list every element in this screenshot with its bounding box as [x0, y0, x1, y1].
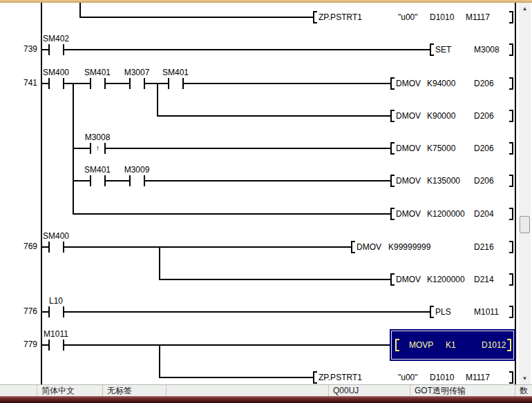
instruction-open-bracket	[313, 11, 317, 23]
instruction-open-bracket	[390, 175, 395, 187]
instruction-operand[interactable]: K1	[446, 340, 456, 350]
instruction-operand[interactable]: D1010	[430, 373, 454, 382]
instruction-open-bracket	[390, 77, 395, 90]
contact-sm401[interactable]	[90, 78, 106, 89]
scrollbar-thumb[interactable]	[520, 216, 530, 233]
status-segment-connection[interactable]: GOT透明传输	[410, 385, 515, 396]
instruction-operand[interactable]: D216	[474, 242, 494, 252]
wire-v	[79, 3, 81, 18]
instruction-operand[interactable]: D206	[474, 176, 494, 186]
instruction-name[interactable]: DMOV	[357, 242, 381, 252]
instruction-open-bracket	[430, 43, 434, 56]
instruction-operand[interactable]: K75000	[427, 144, 455, 153]
scroll-up-button[interactable]: ▲	[519, 3, 531, 14]
instruction-close-bracket	[509, 306, 513, 318]
instruction-operand[interactable]: M1117	[466, 12, 490, 22]
instruction-operand[interactable]: D204	[474, 209, 494, 219]
instruction-name[interactable]: DMOV	[396, 209, 421, 219]
step-number: 739	[0, 44, 37, 54]
step-number: 776	[0, 306, 37, 316]
wire-h	[41, 344, 390, 346]
step-number: 779	[0, 340, 37, 349]
instruction-name[interactable]: DMOV	[396, 144, 421, 153]
wire-h	[157, 115, 390, 117]
instruction-open-bracket	[390, 208, 395, 220]
instruction-name[interactable]: DMOV	[396, 79, 421, 88]
instruction-name[interactable]: PLS	[435, 307, 451, 317]
instruction-close-bracket	[509, 142, 513, 155]
instruction-operand[interactable]: M1117	[466, 373, 490, 382]
status-segment-clipped[interactable]: 数	[515, 385, 532, 396]
instruction-name[interactable]: DMOV	[396, 176, 421, 186]
wire-h	[73, 148, 390, 149]
scroll-down-button[interactable]: ▼	[519, 373, 531, 384]
wire-h	[159, 377, 313, 378]
contact-l10[interactable]	[48, 306, 64, 317]
instruction-operand[interactable]: "u00"	[398, 373, 418, 382]
instruction-close-bracket	[507, 339, 511, 351]
contact-label: SM402	[21, 34, 91, 43]
status-segment-label-mode[interactable]: 无标签	[102, 385, 166, 396]
contact-label: SM401	[141, 68, 210, 77]
instruction-operand[interactable]: D206	[474, 111, 494, 121]
contact-sm401[interactable]	[168, 78, 184, 89]
contact-m1011[interactable]	[48, 340, 64, 351]
ladder-editor-window: ZP.PSTRT1 "u00" D1010 M1117 739 SM402 SE…	[0, 0, 532, 403]
contact-m3009[interactable]	[129, 175, 145, 186]
status-segment-plc-type[interactable]: Q00UJ	[328, 385, 410, 396]
instruction-operand[interactable]: D1012	[482, 340, 506, 350]
contact-sm400[interactable]	[48, 78, 64, 89]
instruction-name[interactable]: DMOV	[396, 111, 421, 121]
instruction-operand[interactable]: K90000	[427, 111, 455, 121]
scroll-down-icon: ▼	[522, 375, 528, 382]
instruction-open-bracket	[390, 273, 395, 286]
instruction-operand[interactable]: K1200000	[427, 275, 465, 284]
instruction-close-bracket	[509, 43, 513, 56]
contact-sm402[interactable]	[48, 44, 64, 55]
contact-label: M1011	[21, 329, 91, 339]
instruction-name[interactable]: SET	[435, 45, 451, 55]
wire-h	[159, 279, 390, 280]
wire-h	[41, 246, 351, 248]
instruction-operand[interactable]: M1011	[474, 307, 499, 317]
contact-m3007[interactable]	[129, 78, 145, 89]
instruction-open-bracket	[313, 371, 317, 384]
left-power-rail	[41, 3, 42, 384]
instruction-close-bracket	[509, 273, 513, 286]
instruction-name[interactable]: MOVP	[409, 340, 433, 350]
instruction-operand[interactable]: "u00"	[398, 12, 418, 22]
instruction-operand[interactable]: D214	[474, 275, 494, 284]
instruction-operand[interactable]: K94000	[427, 79, 455, 88]
contact-sm401[interactable]	[90, 175, 106, 186]
instruction-open-bracket	[390, 142, 395, 155]
instruction-close-bracket	[509, 241, 513, 253]
instruction-operand[interactable]: M3008	[474, 45, 500, 55]
instruction-operand[interactable]: D206	[474, 144, 494, 153]
instruction-name[interactable]: ZP.PSTRT1	[319, 12, 362, 22]
vertical-scrollbar-track[interactable]	[519, 3, 531, 384]
wire-h	[41, 311, 430, 313]
contact-m3008-rising[interactable]: ↑	[90, 143, 106, 154]
instruction-operand[interactable]: D1010	[430, 12, 454, 22]
contact-sm400[interactable]	[48, 242, 64, 253]
status-bar: 简体中文 无标签 Q00UJ GOT透明传输 数	[0, 384, 532, 396]
instruction-operand[interactable]: K135000	[427, 176, 460, 186]
instruction-close-bracket	[509, 77, 513, 90]
scroll-up-icon: ▲	[522, 6, 528, 12]
wire-h	[41, 49, 430, 50]
instruction-close-bracket	[509, 371, 513, 384]
wire-v-branch	[159, 246, 160, 280]
instruction-name[interactable]: DMOV	[396, 275, 421, 284]
status-segment-empty	[166, 385, 328, 396]
instruction-operand[interactable]: K1200000	[427, 209, 465, 219]
instruction-operand[interactable]: K99999999	[388, 242, 430, 252]
wire-h	[73, 180, 390, 181]
status-segment-language[interactable]: 简体中文	[37, 385, 102, 396]
step-number: 741	[0, 78, 37, 88]
instruction-open-bracket	[351, 241, 355, 253]
instruction-name[interactable]: ZP.PSTRT1	[319, 373, 362, 382]
instruction-close-bracket	[509, 208, 513, 220]
instruction-operand[interactable]: D206	[474, 79, 494, 88]
status-segment-empty	[0, 385, 37, 396]
contact-label: M3009	[102, 165, 171, 175]
